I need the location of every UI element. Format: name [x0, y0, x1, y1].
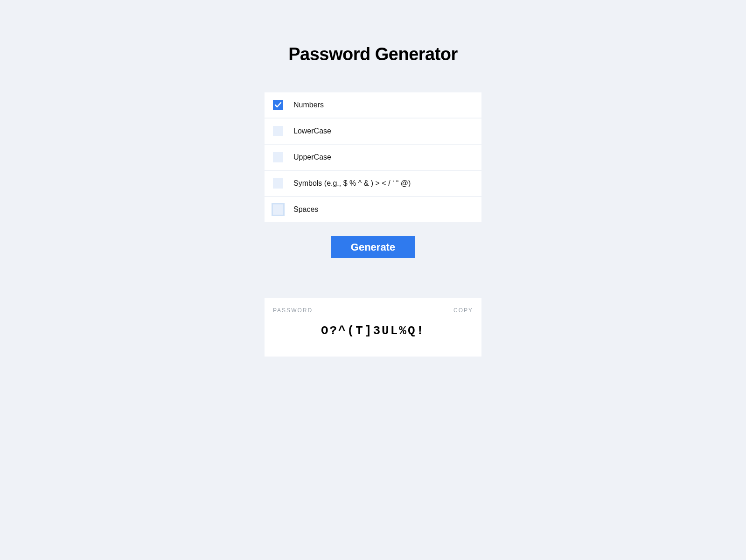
check-icon: [274, 101, 282, 109]
checkbox-uppercase[interactable]: [273, 152, 283, 162]
option-label-uppercase: UpperCase: [293, 153, 331, 161]
password-value: O?^(T]3UL%Q!: [273, 324, 473, 338]
checkbox-lowercase[interactable]: [273, 126, 283, 136]
generate-button[interactable]: Generate: [331, 236, 415, 258]
option-row-numbers: Numbers: [265, 92, 481, 118]
result-header: PASSWORD COPY: [273, 307, 473, 314]
option-row-symbols: Symbols (e.g., $ % ^ & ) > < / ‘ “ @): [265, 171, 481, 196]
option-label-spaces: Spaces: [293, 205, 318, 214]
copy-button[interactable]: COPY: [453, 307, 473, 314]
checkbox-symbols[interactable]: [273, 178, 283, 189]
option-label-symbols: Symbols (e.g., $ % ^ & ) > < / ‘ “ @): [293, 179, 411, 188]
option-row-lowercase: LowerCase: [265, 119, 481, 144]
option-row-spaces: Spaces: [265, 197, 481, 222]
page-title: Password Generator: [288, 44, 458, 64]
checkbox-spaces[interactable]: [273, 204, 283, 215]
option-label-lowercase: LowerCase: [293, 127, 331, 135]
options-panel: Numbers LowerCase UpperCase Symbols (e.g…: [265, 92, 481, 222]
option-row-uppercase: UpperCase: [265, 145, 481, 170]
checkbox-numbers[interactable]: [273, 100, 283, 110]
password-label: PASSWORD: [273, 307, 313, 314]
option-label-numbers: Numbers: [293, 101, 324, 109]
result-panel: PASSWORD COPY O?^(T]3UL%Q!: [265, 298, 481, 357]
